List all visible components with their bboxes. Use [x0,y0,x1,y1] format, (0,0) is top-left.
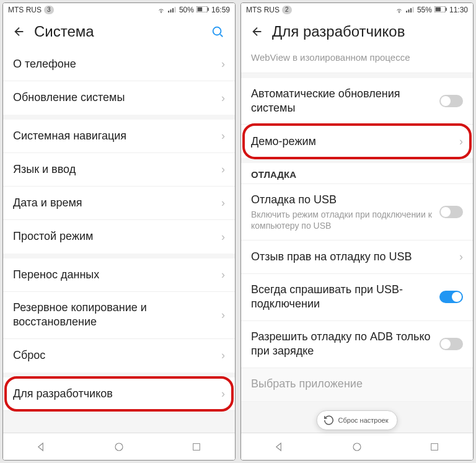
row-demo-mode[interactable]: Демо-режим › [241,125,473,158]
chevron-right-icon: › [221,196,225,209]
battery-label: 50% [179,6,194,14]
row-about-phone[interactable]: О телефоне › [3,48,235,81]
settings-list[interactable]: О телефоне › Обновление системы › Систем… [3,48,235,433]
back-button[interactable] [12,24,27,39]
nav-recent-button[interactable] [422,434,447,459]
reset-tooltip[interactable]: Сброс настроек [317,410,398,430]
toggle-auto-update[interactable] [439,95,463,107]
row-label: Перенос данных [13,268,221,282]
svg-rect-7 [198,7,203,12]
page-title: Система [34,23,209,40]
toggle-adb-charging[interactable] [439,338,463,350]
chevron-right-icon: › [221,309,225,322]
row-system-navigation[interactable]: Системная навигация › [3,120,235,153]
refresh-icon [324,415,335,426]
svg-rect-13 [408,9,409,12]
svg-rect-20 [431,443,438,450]
time-label: 16:59 [211,6,230,14]
row-sublabel: WebView в изолированном процессе [251,51,463,64]
chevron-right-icon: › [459,135,463,148]
row-adb-charging-only[interactable]: Разрешить отладку по ADB только при заря… [241,321,473,368]
chevron-right-icon: › [221,268,225,281]
statusbar: MTS RUS 3 50% 16:59 [3,3,235,17]
phone-left: MTS RUS 3 50% 16:59 Система О телеф [2,2,236,461]
chevron-right-icon: › [221,163,225,176]
header: Система [3,17,235,48]
carrier-label: MTS RUS [8,6,42,14]
row-system-update[interactable]: Обновление системы › [3,81,235,115]
signal-icon [168,6,177,14]
row-label: Автоматические обновления системы [251,87,439,116]
nav-back-button[interactable] [267,434,292,459]
battery-icon [434,6,447,14]
svg-rect-2 [170,9,171,12]
row-label: Сброс [13,348,221,363]
time-label: 11:30 [449,6,468,14]
toggle-usb-debug[interactable] [439,206,463,218]
svg-rect-1 [168,11,169,12]
wifi-icon [395,6,403,14]
row-revoke-usb-auth[interactable]: Отзыв прав на отладку по USB › [241,240,473,274]
nav-back-button[interactable] [29,434,54,459]
page-title: Для разработчиков [272,23,464,40]
row-simple-mode[interactable]: Простой режим › [3,220,235,254]
svg-point-8 [213,27,221,35]
svg-rect-14 [410,8,412,12]
settings-list[interactable]: WebView в изолированном процессе Автомат… [241,48,473,433]
statusbar: MTS RUS 2 55% 11:30 [241,3,473,17]
signal-icon [406,6,415,14]
row-backup-restore[interactable]: Резервное копирование и восстановление › [3,292,235,339]
navbar [3,433,235,460]
sim-badge: 3 [44,6,54,14]
section-header-debug: ОТЛАДКА [241,163,473,184]
row-developer-options[interactable]: Для разработчиков › [3,377,235,411]
row-label: Обновление системы [13,90,221,105]
chevron-right-icon: › [459,250,463,263]
battery-label: 55% [417,6,432,14]
svg-rect-3 [172,8,174,12]
nav-home-button[interactable] [107,434,131,459]
chevron-right-icon: › [221,349,225,362]
carrier-label: MTS RUS [246,6,280,14]
svg-point-19 [353,443,361,451]
svg-rect-15 [412,7,413,12]
header: Для разработчиков [241,17,473,48]
battery-icon [196,6,209,14]
row-label: Отладка по USB [251,193,439,207]
svg-rect-17 [446,8,447,11]
row-reset[interactable]: Сброс › [3,339,235,373]
row-always-ask-usb[interactable]: Всегда спрашивать при USB-подключении [241,274,473,321]
chevron-right-icon: › [221,58,225,71]
svg-rect-4 [174,7,175,12]
tooltip-label: Сброс настроек [338,417,389,424]
row-usb-debugging[interactable]: Отладка по USB Включить режим отладки пр… [241,184,473,240]
back-button[interactable] [250,24,265,39]
row-data-transfer[interactable]: Перенос данных › [3,258,235,292]
row-auto-system-update[interactable]: Автоматические обновления системы [241,78,473,125]
row-label: Выбрать приложение [251,377,463,391]
svg-rect-6 [208,8,209,11]
row-select-app[interactable]: Выбрать приложение [241,368,473,402]
toggle-always-ask[interactable] [439,291,463,303]
phone-right: MTS RUS 2 55% 11:30 Для разработчиков We… [240,2,474,461]
wifi-icon [157,6,165,14]
svg-point-9 [115,443,123,451]
row-label: Системная навигация [13,129,221,143]
chevron-right-icon: › [221,130,225,143]
nav-recent-button[interactable] [184,434,209,459]
row-webview-isolated[interactable]: WebView в изолированном процессе [241,48,473,73]
svg-rect-12 [406,11,407,12]
row-label: Дата и время [13,196,221,210]
search-button[interactable] [209,23,226,40]
chevron-right-icon: › [221,387,225,400]
svg-rect-18 [436,7,441,12]
row-label: О телефоне [13,57,221,71]
row-label: Простой режим [13,229,221,244]
chevron-right-icon: › [221,92,225,105]
row-label: Отзыв прав на отладку по USB [251,250,459,264]
row-sublabel: Включить режим отладки при подключении к… [251,209,439,231]
row-date-time[interactable]: Дата и время › [3,187,235,220]
row-label: Для разработчиков [13,387,221,401]
nav-home-button[interactable] [345,434,369,459]
row-language-input[interactable]: Язык и ввод › [3,153,235,187]
